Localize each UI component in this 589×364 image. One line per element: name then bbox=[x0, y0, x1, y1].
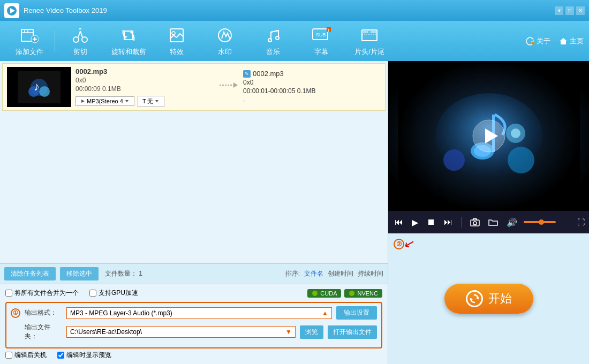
bottom-checks: 编辑后关机 编辑时显示预览 bbox=[5, 351, 382, 360]
arrow-icon bbox=[217, 77, 239, 97]
preview-text: 编辑时显示预览 bbox=[66, 351, 111, 360]
titlebar: Renee Video Toolbox 2019 ▾ □ ✕ bbox=[0, 0, 589, 21]
open-output-button[interactable]: 打开输出文件 bbox=[328, 325, 377, 339]
svg-point-37 bbox=[39, 86, 50, 97]
subtitle-icon: SUB 1 bbox=[312, 26, 331, 45]
merge-label: 将所有文件合并为一个 bbox=[14, 289, 79, 298]
file-output: ✎ 0002.mp3 0x0 00:00:01-00:00:05 0.1MB - bbox=[243, 70, 381, 104]
toolbar-add-file[interactable]: 添加文件 bbox=[5, 22, 54, 60]
sort-filename[interactable]: 文件名 bbox=[304, 269, 323, 278]
svg-point-20 bbox=[268, 39, 271, 42]
text-format-btn[interactable]: T 无 bbox=[138, 96, 165, 107]
toolbar-cut[interactable]: 剪切 bbox=[56, 22, 104, 60]
svg-text:1: 1 bbox=[327, 28, 330, 33]
start-button[interactable]: 开始 bbox=[444, 284, 533, 314]
output-dims: 0x0 bbox=[243, 79, 381, 86]
play-button[interactable]: ▶ bbox=[410, 216, 420, 229]
folder-label: 输出文件夹： bbox=[25, 323, 62, 341]
fullscreen-button[interactable]: ⛶ bbox=[577, 218, 585, 226]
svg-text:🔒: 🔒 bbox=[530, 38, 535, 45]
snapshot-button[interactable] bbox=[468, 217, 482, 228]
maximize-button[interactable]: □ bbox=[565, 6, 574, 15]
svg-point-52 bbox=[511, 128, 520, 138]
format-label: 输出格式： bbox=[25, 308, 62, 317]
svg-point-10 bbox=[82, 37, 87, 42]
volume-slider[interactable] bbox=[524, 221, 556, 223]
text-label: T 无 bbox=[142, 97, 154, 105]
toolbar: 添加文件 剪切 旋转和裁剪 bbox=[0, 21, 589, 61]
toolbar-right: 🔒 关于 主页 bbox=[526, 36, 584, 46]
svg-marker-33 bbox=[560, 38, 567, 44]
svg-line-11 bbox=[78, 31, 80, 37]
folder-button[interactable] bbox=[486, 217, 500, 228]
sort-created[interactable]: 创建时间 bbox=[328, 269, 353, 278]
start-label: 开始 bbox=[488, 291, 512, 307]
shutdown-checkbox[interactable] bbox=[5, 352, 12, 359]
file-duration-size: 00:00:09 0.1MB bbox=[75, 85, 213, 93]
svg-line-22 bbox=[271, 31, 278, 32]
svg-point-45 bbox=[349, 291, 354, 296]
nvenc-badge: NVENC bbox=[344, 289, 382, 298]
svg-marker-40 bbox=[125, 100, 129, 102]
preview-label[interactable]: 编辑时显示预览 bbox=[57, 351, 111, 360]
sort-prefix: 排序: bbox=[285, 269, 300, 278]
file-count-label: 文件数量： 1 bbox=[105, 269, 142, 278]
svg-point-54 bbox=[508, 147, 534, 173]
cuda-label: CUDA bbox=[320, 290, 337, 297]
skip-forward-button[interactable]: ⏭ bbox=[442, 216, 455, 228]
svg-point-9 bbox=[73, 37, 79, 42]
folder-input[interactable]: C:\Users\RE-ac\Desktop\ ▼ bbox=[66, 326, 296, 338]
folder-row: 输出文件夹： C:\Users\RE-ac\Desktop\ ▼ 浏览 打开输出… bbox=[11, 323, 377, 341]
cut-label: 剪切 bbox=[73, 47, 87, 57]
merge-checkbox-label[interactable]: 将所有文件合并为一个 bbox=[5, 289, 79, 298]
svg-marker-39 bbox=[81, 100, 85, 103]
sort-labels: 排序: 文件名 创建时间 持续时间 bbox=[285, 269, 383, 278]
sort-duration[interactable]: 持续时间 bbox=[358, 269, 383, 278]
skip-back-button[interactable]: ⏮ bbox=[392, 216, 405, 228]
file-thumbnail: ♪ bbox=[7, 67, 71, 107]
app-title: Renee Video Toolbox 2019 bbox=[24, 6, 555, 14]
minimize-button[interactable]: ▾ bbox=[555, 6, 563, 15]
toolbar-watermark[interactable]: 水印 bbox=[201, 22, 249, 60]
add-file-label: 添加文件 bbox=[16, 47, 43, 57]
file-dims: 0x0 bbox=[75, 77, 213, 84]
merge-checkbox[interactable] bbox=[5, 290, 12, 297]
window-controls: ▾ □ ✕ bbox=[555, 6, 585, 15]
app-logo bbox=[4, 3, 19, 18]
shutdown-label[interactable]: 编辑后关机 bbox=[5, 351, 47, 360]
gpu-badges: CUDA NVENC bbox=[307, 289, 382, 298]
audio-format-btn[interactable]: MP3(Stereo 4 bbox=[75, 96, 134, 106]
stop-button[interactable]: ⏹ bbox=[425, 216, 437, 228]
toolbar-subtitle[interactable]: SUB 1 字幕 bbox=[297, 22, 345, 60]
about-button[interactable]: 🔒 关于 bbox=[526, 36, 550, 46]
about-label: 关于 bbox=[537, 36, 550, 46]
music-visual bbox=[388, 61, 589, 211]
add-file-icon bbox=[20, 26, 39, 45]
file-row: ♪ 0002.mp3 0x0 00:00:09 0.1MB MP3(Stereo… bbox=[2, 63, 386, 111]
home-button[interactable]: 主页 bbox=[559, 36, 584, 46]
gpu-checkbox[interactable] bbox=[89, 290, 96, 297]
toolbar-effects[interactable]: 特效 bbox=[153, 22, 201, 60]
preview-panel: ⏮ ▶ ⏹ ⏭ 🔊 ⛶ bbox=[388, 61, 589, 233]
toolbar-rotate-crop[interactable]: 旋转和裁剪 bbox=[104, 22, 153, 60]
preview-checkbox[interactable] bbox=[57, 352, 64, 359]
subtitle-label: 字幕 bbox=[314, 47, 328, 57]
remove-selected-button[interactable]: 移除选中 bbox=[60, 267, 99, 280]
svg-point-58 bbox=[473, 222, 477, 225]
output-name-row: ✎ 0002.mp3 bbox=[243, 70, 381, 78]
svg-point-53 bbox=[443, 149, 465, 171]
effects-icon bbox=[167, 26, 186, 45]
browse-button[interactable]: 浏览 bbox=[300, 325, 323, 339]
format-select[interactable]: MP3 - MPEG Layer-3 Audio (*.mp3) ▲ bbox=[66, 307, 332, 319]
volume-button[interactable]: 🔊 bbox=[504, 216, 519, 229]
output-settings-button[interactable]: 输出设置 bbox=[336, 306, 377, 320]
file-info: 0002.mp3 0x0 00:00:09 0.1MB MP3(Stereo 4… bbox=[75, 67, 213, 107]
gpu-checkbox-label[interactable]: 支持GPU加速 bbox=[89, 289, 138, 298]
toolbar-intro-outro[interactable]: 片头/片尾 bbox=[345, 22, 394, 60]
watermark-icon bbox=[215, 26, 235, 45]
output-duration-size: 00:00:01-00:00:05 0.1MB bbox=[243, 87, 381, 95]
folder-arrow-icon: ▼ bbox=[285, 328, 292, 336]
clear-tasks-button[interactable]: 清除任务列表 bbox=[4, 267, 56, 280]
close-button[interactable]: ✕ bbox=[576, 6, 585, 15]
toolbar-music[interactable]: 音乐 bbox=[249, 22, 297, 60]
